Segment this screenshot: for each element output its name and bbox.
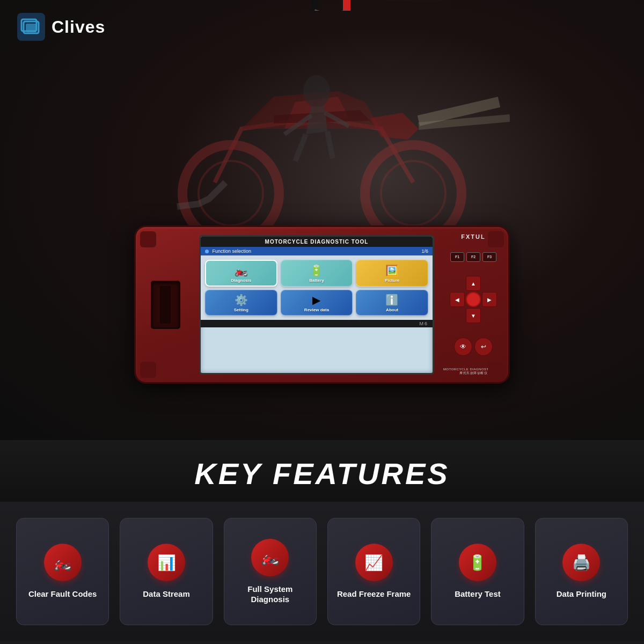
cable-svg [277,0,384,11]
action-btn-2[interactable]: ↩ [474,338,493,356]
features-grid: 🏍️ Clear Fault Codes 📊 Data Stream 🏍️ Fu… [0,502,644,641]
picture-icon: 🖼️ [385,265,399,276]
screen-btn-picture[interactable]: 🖼️ Picture [356,260,428,287]
diagnostic-device: MOTORCYCLE DIAGNOSTIC TOOL Function sele… [134,225,510,384]
screen-header: MOTORCYCLE DIAGNOSTIC TOOL [201,237,433,247]
full-system-icon-circle: 🏍️ [251,539,289,576]
feature-card-clear-fault: 🏍️ Clear Fault Codes [16,518,109,625]
freeze-frame-icon-circle: 📈 [355,544,393,581]
action-btn-1[interactable]: 👁 [454,338,472,356]
about-label: About [386,308,398,312]
corner-br [488,362,504,378]
battery-label: Battery [309,278,324,283]
screen-subheader-right: 1/6 [421,248,428,254]
dpad-center[interactable] [466,292,481,307]
dpad-empty-bl [450,308,465,323]
screen-subheader: Function selection 1/6 [201,247,433,255]
fn-buttons: F1 F2 F3 [450,252,496,262]
review-icon: ▶ [312,295,320,305]
screen-btn-diagnosis[interactable]: 🏍️ Diagnosis [205,260,277,287]
feature-card-data-printing: 🖨️ Data Printing [535,518,628,625]
brand-name: Clives [52,17,105,37]
card-slot [151,281,180,329]
dpad-right[interactable]: ▶ [482,292,497,307]
screen-grid: 🏍️ Diagnosis 🔋 Battery 🖼️ Picture [201,255,433,320]
device-left-panel [136,227,195,382]
screen-footer: M6 [201,320,433,327]
svg-rect-10 [26,24,36,32]
data-stream-icon-circle: 📊 [148,544,185,581]
full-system-icon: 🏍️ [261,548,280,566]
clear-fault-icon-circle: 🏍️ [44,544,82,581]
motorcycle-bg [134,32,510,247]
dpad-up[interactable]: ▲ [466,276,481,291]
freeze-frame-label: Read Freeze Frame [337,589,411,599]
setting-icon: ⚙️ [235,295,248,305]
data-printing-label: Data Printing [557,589,606,599]
device-brand: FXTUL [461,233,485,240]
feature-card-full-system: 🏍️ Full System Diagnosis [224,518,317,625]
top-section: Clives [0,0,644,440]
corner-tr [488,231,504,247]
dpad-left[interactable]: ◀ [450,292,465,307]
device-screen: MOTORCYCLE DIAGNOSTIC TOOL Function sele… [199,235,434,375]
data-printing-icon: 🖨️ [572,554,591,572]
review-label: Review data [304,308,329,312]
logo-icon [16,12,46,42]
dpad: ▲ ◀ ▶ ▼ [450,276,497,323]
device-right-panel: FXTUL F1 F2 F3 ▲ ◀ ▶ ▼ [438,227,508,382]
screen-btn-about[interactable]: ℹ️ About [356,290,428,316]
features-title-section: KEY FEATURES [0,440,644,502]
about-icon: ℹ️ [385,295,399,305]
freeze-frame-icon: 📈 [364,554,383,572]
picture-label: Picture [385,278,399,283]
svg-point-3 [381,161,445,225]
data-printing-icon-circle: 🖨️ [562,544,600,581]
battery-icon: 🔋 [310,265,323,276]
screen-btn-battery[interactable]: 🔋 Battery [281,260,353,287]
diagnosis-icon: 🏍️ [235,265,248,276]
key-features-title: KEY FEATURES [0,456,644,491]
full-system-label: Full System Diagnosis [230,584,311,605]
data-stream-icon: 📊 [157,554,176,572]
fn-btn-f2[interactable]: F2 [466,252,480,262]
corner-tl [140,231,156,247]
diagnosis-label: Diagnosis [231,278,251,283]
clear-fault-icon: 🏍️ [53,554,72,572]
dpad-down[interactable]: ▼ [466,308,481,323]
dpad-empty-tl [450,276,465,291]
device-wrapper: MOTORCYCLE DIAGNOSTIC TOOL Function sele… [134,225,510,397]
card-slot-inner [160,286,171,324]
data-stream-label: Data Stream [143,589,190,599]
logo: Clives [16,12,105,42]
setting-label: Setting [234,308,248,312]
svg-point-2 [199,161,263,225]
corner-bl [140,362,156,378]
battery-test-icon: 🔋 [468,554,487,572]
device-screen-area: MOTORCYCLE DIAGNOSTIC TOOL Function sele… [195,227,438,382]
dpad-empty-br [482,308,497,323]
feature-card-freeze-frame: 📈 Read Freeze Frame [327,518,420,625]
feature-card-data-stream: 📊 Data Stream [120,518,213,625]
fn-btn-f1[interactable]: F1 [450,252,464,262]
dot-indicator [205,250,209,253]
screen-btn-review[interactable]: ▶ Review data [281,290,353,316]
battery-test-label: Battery Test [455,589,501,599]
screen-btn-setting[interactable]: ⚙️ Setting [205,290,277,316]
svg-point-6 [303,75,330,107]
screen-subheader-left: Function selection [205,248,251,254]
bottom-btns: 👁 ↩ [454,338,493,356]
battery-test-icon-circle: 🔋 [459,544,496,581]
clear-fault-label: Clear Fault Codes [28,589,97,599]
fn-btn-f3[interactable]: F3 [482,252,496,262]
dpad-empty-tr [482,276,497,291]
feature-card-battery-test: 🔋 Battery Test [431,518,524,625]
